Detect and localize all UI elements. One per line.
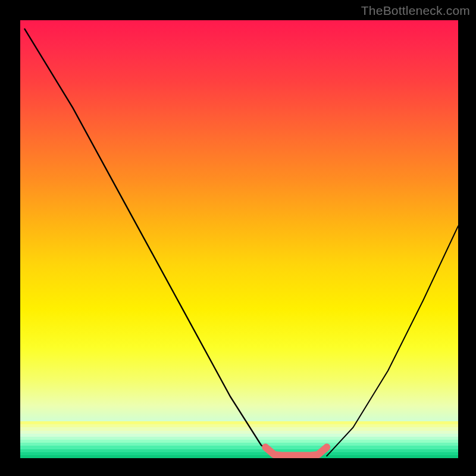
bottom-flat-segment — [265, 447, 327, 456]
plot-area — [20, 20, 458, 458]
left-curve — [24, 29, 274, 456]
watermark-text: TheBottleneck.com — [361, 4, 470, 18]
right-curve — [327, 226, 458, 456]
chart-container: TheBottleneck.com — [0, 0, 476, 476]
curve-layer — [20, 20, 458, 458]
